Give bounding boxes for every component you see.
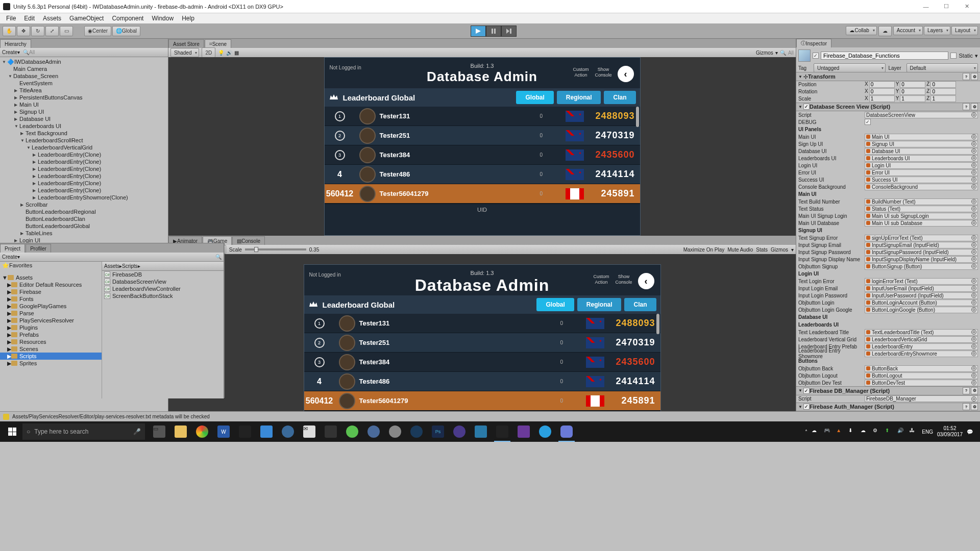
scrollbar[interactable]: [656, 314, 659, 334]
pause-button[interactable]: [486, 26, 501, 37]
maximize-button[interactable]: ☐: [936, 2, 957, 12]
object-field[interactable]: Leaderboards UI⊙: [865, 155, 978, 162]
custom-action-button[interactable]: CustomAction: [573, 67, 589, 78]
folder-item[interactable]: ▶ Plugins: [0, 324, 102, 331]
language-indicator[interactable]: ENG: [922, 429, 933, 435]
app-icon-5[interactable]: [363, 421, 384, 442]
app-icon-3[interactable]: [321, 421, 341, 442]
object-field[interactable]: Main UI sub SignupLogin⊙: [865, 213, 978, 219]
assets-root[interactable]: ▼ Assets: [0, 274, 102, 281]
mail-icon[interactable]: ✉: [299, 421, 320, 442]
skype-icon[interactable]: [535, 421, 555, 442]
account-dropdown[interactable]: Account: [893, 26, 923, 35]
breadcrumb-assets[interactable]: Assets: [104, 263, 119, 269]
gear-icon[interactable]: ⚙: [971, 73, 978, 80]
rect-tool[interactable]: ▭: [60, 26, 73, 36]
hierarchy-item[interactable]: ▶Signup UI: [0, 108, 168, 115]
object-field[interactable]: BuildNumber (Text)⊙: [865, 198, 978, 205]
tray-chevron-icon[interactable]: ˄: [805, 429, 807, 435]
app-icon-6[interactable]: [385, 421, 405, 442]
menu-assets[interactable]: Assets: [39, 15, 65, 22]
tray-icon[interactable]: ⚙: [873, 428, 881, 436]
menu-help[interactable]: Help: [178, 15, 199, 22]
menu-component[interactable]: Component: [108, 15, 148, 22]
discord-icon[interactable]: [556, 421, 577, 442]
hierarchy-item[interactable]: ▼Database_Screen: [0, 72, 168, 80]
leaderboard-row[interactable]: 560412Tester560412790245891: [325, 184, 640, 204]
gizmos-dropdown[interactable]: Gizmos: [756, 50, 773, 56]
object-field[interactable]: ButtonLoginGoogle (Button)⊙: [865, 307, 978, 313]
menu-edit[interactable]: Edit: [20, 15, 39, 22]
object-field[interactable]: signUpErrorText (Text)⊙: [865, 235, 978, 241]
fx-toggle[interactable]: ▦: [234, 50, 239, 56]
leaderboard-row[interactable]: 1Tester13102488093: [325, 107, 640, 126]
object-field[interactable]: Main UI⊙: [865, 134, 978, 140]
folder-item[interactable]: ▶ Resources: [0, 338, 102, 345]
object-field[interactable]: loginErrorText (Text)⊙: [865, 278, 978, 285]
tag-dropdown[interactable]: Untagged: [814, 63, 886, 72]
gameobject-name[interactable]: [821, 52, 948, 60]
leaderboard-row[interactable]: 4Tester48602414114: [325, 165, 640, 184]
hierarchy-tab[interactable]: Hierarchy: [0, 39, 31, 48]
hierarchy-item[interactable]: ▶Scrollbar: [0, 201, 168, 208]
layers-dropdown[interactable]: Layers: [924, 26, 950, 35]
leaderboard-row[interactable]: 2Tester25102470319: [304, 333, 660, 353]
firebase-auth-manager-component[interactable]: ▼✓ Firebase Auth_Manager (Script) ?⚙: [796, 403, 980, 411]
hierarchy-item[interactable]: ▶LeaderboardEntry(Clone): [0, 187, 168, 194]
folder-item[interactable]: ▶ Scripts: [0, 353, 102, 360]
object-field[interactable]: Status (Text)⊙: [865, 206, 978, 212]
custom-action-button[interactable]: CustomAction: [593, 274, 609, 285]
layout-dropdown[interactable]: Layout: [951, 26, 978, 35]
object-field[interactable]: InputUserEmail (InputField)⊙: [865, 285, 978, 292]
minimize-button[interactable]: —: [916, 2, 936, 12]
hierarchy-item[interactable]: ▶LeaderboardEntry(Clone): [0, 180, 168, 187]
cmd-icon[interactable]: [235, 421, 255, 442]
tab-global[interactable]: Global: [516, 91, 553, 104]
project-create[interactable]: Create: [2, 254, 17, 260]
asset-store-tab[interactable]: Asset Store: [168, 39, 204, 48]
database-screen-view-component[interactable]: ▼✓ Database Screen View (Script) ?⚙: [796, 103, 980, 111]
audio-toggle[interactable]: 🔊: [226, 50, 232, 56]
hierarchy-item[interactable]: Main Camera: [0, 65, 168, 72]
folder-item[interactable]: ▶ Sprites: [0, 360, 102, 367]
folder-item[interactable]: ▶ Fonts: [0, 295, 102, 303]
script-file[interactable]: C#ScreenBackButtonStack: [102, 292, 224, 299]
app-icon-4[interactable]: [342, 421, 362, 442]
folder-item[interactable]: ▶ Firebase: [0, 288, 102, 295]
profiler-tab[interactable]: Profiler: [26, 244, 51, 253]
hierarchy-item[interactable]: ▶PersistentButtonsCanvas: [0, 94, 168, 101]
object-field[interactable]: LeaderboardEntry⊙: [865, 343, 978, 350]
task-view[interactable]: ▭: [149, 421, 169, 442]
menu-window[interactable]: Window: [148, 15, 178, 22]
maximize-toggle[interactable]: Maximize On Play: [683, 247, 725, 253]
breadcrumb-scripts[interactable]: Scripts: [122, 263, 138, 269]
network-icon[interactable]: 🖧: [910, 428, 918, 436]
back-button[interactable]: ‹: [638, 273, 654, 289]
firebase-db-manager-component[interactable]: ▼✓ Firebase DB_Manager (Script) ?⚙: [796, 386, 980, 395]
hierarchy-item[interactable]: ▶TableLines: [0, 230, 168, 237]
pivot-center[interactable]: ◉ Center: [84, 26, 111, 36]
object-field[interactable]: LeaderboardVerticalGrid⊙: [865, 336, 978, 343]
step-button[interactable]: [501, 26, 517, 37]
object-field[interactable]: InputSignupDisplayName (InputField)⊙: [865, 256, 978, 263]
folder-item[interactable]: ▶ GooglePlayGames: [0, 303, 102, 310]
tab-regional[interactable]: Regional: [557, 91, 601, 104]
hierarchy-item[interactable]: ▶Main UI: [0, 101, 168, 108]
object-field[interactable]: ButtonSignup (Button)⊙: [865, 263, 978, 270]
transform-component[interactable]: ▼⊹ Transform ?⚙: [796, 72, 980, 81]
move-tool[interactable]: ✥: [17, 26, 30, 36]
hierarchy-item[interactable]: ▶LeaderboardEntry(Clone): [0, 151, 168, 158]
leaderboard-row[interactable]: 3Tester38402435600: [325, 145, 640, 165]
leaderboard-row[interactable]: 3Tester38402435600: [304, 353, 660, 372]
help-icon[interactable]: ?: [963, 73, 970, 80]
hand-tool[interactable]: ✋: [3, 26, 16, 36]
search-box[interactable]: ○ Type here to search🎤: [22, 423, 145, 440]
hierarchy-create[interactable]: Create: [2, 49, 17, 55]
object-field[interactable]: Database UI⊙: [865, 148, 978, 155]
clock[interactable]: 01:52 03/09/2017: [937, 425, 963, 438]
leaderboard-row[interactable]: 4Tester48602414114: [304, 372, 660, 391]
chrome-icon[interactable]: [192, 421, 212, 442]
tray-icon[interactable]: ⬆: [885, 428, 893, 436]
object-field[interactable]: ButtonLogout⊙: [865, 372, 978, 379]
menu-file[interactable]: File: [2, 15, 20, 22]
